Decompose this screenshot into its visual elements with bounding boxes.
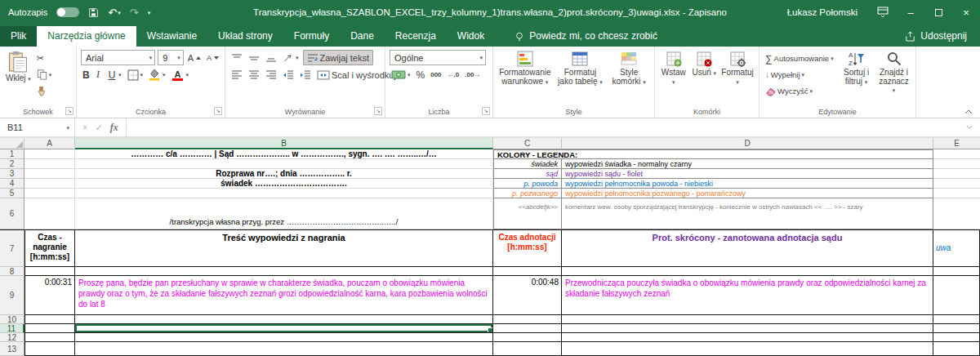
cell[interactable] xyxy=(933,189,980,198)
tab-view[interactable]: Widok xyxy=(447,26,495,47)
format-as-table-button[interactable]: Formatuj jako tabelę ▾ xyxy=(555,50,607,105)
align-left-icon[interactable] xyxy=(229,68,244,82)
cell[interactable] xyxy=(493,315,562,324)
cell[interactable] xyxy=(493,333,562,342)
row-header-9[interactable]: 9 xyxy=(0,276,24,315)
minimize-button[interactable]: – xyxy=(897,0,924,24)
cell[interactable] xyxy=(933,324,980,333)
cell[interactable] xyxy=(562,267,933,276)
legend-desc[interactable]: wypowiedzi pełnomocnika powoda - niebies… xyxy=(562,179,933,189)
cell[interactable] xyxy=(75,267,493,276)
close-button[interactable]: × xyxy=(952,0,980,24)
cancel-icon[interactable]: × xyxy=(82,122,87,132)
copy-icon[interactable]: ▾ xyxy=(35,68,54,82)
col-header-a[interactable]: A xyxy=(24,138,75,149)
delete-cells-button[interactable]: Usuń ▾ xyxy=(690,50,719,105)
cell[interactable] xyxy=(933,159,980,169)
row-header-10[interactable]: 10 xyxy=(0,315,24,324)
legend-desc[interactable]: wypowiedzi sądu - fiolet xyxy=(562,169,933,179)
save-icon[interactable] xyxy=(88,7,99,18)
decrease-decimal-icon[interactable]: .00→ xyxy=(463,68,482,82)
font-name-select[interactable]: Arial▾ xyxy=(81,50,155,65)
cell[interactable] xyxy=(933,267,980,276)
undo-icon[interactable]: ↶▾ xyxy=(108,7,120,19)
restore-button[interactable] xyxy=(924,0,952,24)
borders-icon[interactable]: ▾ xyxy=(126,68,145,82)
fill-button[interactable]: ↓Wypełnij▾ xyxy=(764,68,836,82)
row-header-8[interactable]: 8 xyxy=(0,267,24,276)
cell[interactable] xyxy=(24,189,75,198)
tab-page-layout[interactable]: Układ strony xyxy=(207,26,283,47)
cell[interactable] xyxy=(24,267,75,276)
cell-b3[interactable]: Rozprawa nr….; dnia …………….. r. xyxy=(75,169,493,179)
font-color-icon[interactable]: A ▾ xyxy=(170,68,191,82)
row-header-3[interactable]: 3 xyxy=(0,169,24,179)
number-dialog-launcher[interactable]: ↘ xyxy=(482,107,490,115)
cell[interactable] xyxy=(75,342,493,356)
collapse-ribbon-icon[interactable] xyxy=(964,108,973,115)
italic-button[interactable]: I xyxy=(95,68,103,82)
cell[interactable] xyxy=(24,315,75,324)
row-header-4[interactable]: 4 xyxy=(0,179,24,189)
cell[interactable] xyxy=(562,315,933,324)
cell[interactable] xyxy=(75,315,493,324)
decrease-indent-icon[interactable] xyxy=(281,68,296,82)
wrap-text-button[interactable]: Zawijaj tekst xyxy=(303,50,374,65)
decrease-font-icon[interactable]: A xyxy=(205,51,220,65)
row-header-11[interactable]: 11 xyxy=(0,324,24,333)
cell[interactable] xyxy=(933,342,980,356)
col-header-d[interactable]: D xyxy=(562,138,933,149)
tab-file[interactable]: Plik xyxy=(0,26,37,47)
cell[interactable] xyxy=(933,315,980,324)
cell[interactable] xyxy=(933,276,980,315)
row-header-2[interactable]: 2 xyxy=(0,159,24,169)
increase-indent-icon[interactable] xyxy=(298,68,313,82)
legend-desc[interactable]: komentarz wew. osoby sporządzającej tran… xyxy=(562,198,933,229)
expand-formula-bar-icon[interactable] xyxy=(959,118,980,136)
cell[interactable] xyxy=(933,333,980,342)
align-right-icon[interactable] xyxy=(264,68,278,82)
row-header-6[interactable]: 6 xyxy=(0,198,24,229)
cell[interactable] xyxy=(75,333,493,342)
cell-b4[interactable]: świadek ……………………………. xyxy=(75,179,493,189)
select-all-corner[interactable] xyxy=(0,138,24,149)
tab-data[interactable]: Dane xyxy=(340,26,385,47)
cell[interactable] xyxy=(933,179,980,189)
align-bottom-icon[interactable] xyxy=(264,51,278,65)
col-header-b[interactable]: B xyxy=(75,138,493,149)
align-center-icon[interactable] xyxy=(247,68,261,82)
cell-time-c9[interactable]: 0:00:48 xyxy=(493,276,562,315)
legend-key[interactable]: p. pozwanego xyxy=(493,189,562,198)
tab-home[interactable]: Narzędzia główne xyxy=(37,26,136,47)
cell[interactable] xyxy=(24,324,75,333)
tell-me-box[interactable]: Powiedz mi, co chcesz zrobić xyxy=(506,26,666,47)
cell[interactable] xyxy=(562,342,933,356)
cell[interactable] xyxy=(933,149,980,159)
legend-desc[interactable]: wypowiedzi świadka - normalny czarny xyxy=(562,159,933,169)
cell-styles-button[interactable]: Style komórki ▾ xyxy=(608,50,650,105)
cell[interactable] xyxy=(75,189,493,198)
font-dialog-launcher[interactable]: ↘ xyxy=(214,107,222,115)
align-middle-icon[interactable] xyxy=(247,51,261,65)
header-time-annotation[interactable]: Czas adnotacji [h:mm:ss] xyxy=(493,230,562,267)
tab-review[interactable]: Recenzja xyxy=(385,26,447,47)
comma-style-icon[interactable]: 000 xyxy=(429,68,443,82)
cell-b6[interactable]: /transkrypcja własna przyg. przez ………………… xyxy=(75,198,493,229)
tab-formulas[interactable]: Formuły xyxy=(283,26,340,47)
header-time-recording[interactable]: Czas - nagranie [h:mm:ss] xyxy=(24,230,75,267)
cell[interactable] xyxy=(24,342,75,356)
legend-desc[interactable]: wypowiedzi pełnomocnika pozwanego - poma… xyxy=(562,189,933,198)
ribbon-display-options-icon[interactable] xyxy=(869,0,897,24)
cell[interactable] xyxy=(493,267,562,276)
insert-cells-button[interactable]: Wstaw ▾ xyxy=(659,50,688,105)
increase-font-icon[interactable]: A xyxy=(186,51,203,65)
legend-key[interactable]: świadek xyxy=(493,159,562,169)
font-size-select[interactable]: 9▾ xyxy=(158,50,183,65)
enter-icon[interactable]: ✓ xyxy=(95,122,102,133)
row-header-5[interactable]: 5 xyxy=(0,189,24,198)
col-header-e[interactable]: E xyxy=(933,138,980,149)
cell-protocol-d9[interactable]: Przewodnicząca pouczyła świadka o obowią… xyxy=(562,276,933,315)
autosave-toggle[interactable] xyxy=(56,7,79,17)
row-header-1[interactable]: 1 xyxy=(0,149,24,159)
row-header-13[interactable]: 13 xyxy=(0,342,24,356)
